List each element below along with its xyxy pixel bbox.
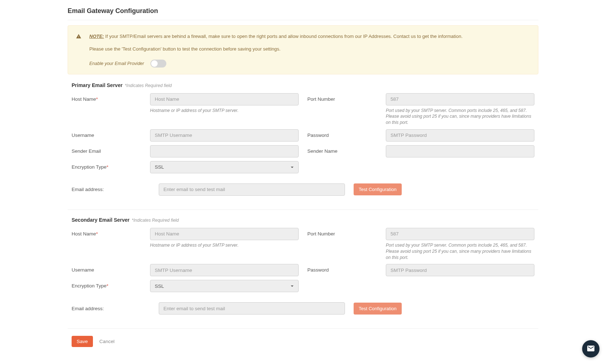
primary-test-email-label: Email address:	[72, 187, 150, 192]
primary-username-input[interactable]	[150, 129, 299, 142]
secondary-test-email-input[interactable]	[159, 302, 345, 315]
secondary-hostname-label: Host Name*	[72, 228, 150, 237]
secondary-hostname-help: Hostname or IP address of your SMTP serv…	[150, 242, 299, 248]
note-text-line2: Please use the 'Test Configuration' butt…	[89, 46, 530, 53]
divider	[68, 209, 538, 210]
note-alert: NOTE: If your SMTP/Email servers are beh…	[68, 25, 538, 74]
primary-hostname-label: Host Name*	[72, 93, 150, 102]
page-title: Email Gateway Configuration	[68, 7, 538, 20]
note-label: NOTE:	[89, 34, 104, 39]
enable-provider-label: Enable your Email Provider	[89, 60, 144, 67]
primary-port-label: Port Number	[307, 93, 386, 102]
secondary-form: Host Name* Hostname or IP address of you…	[68, 228, 538, 321]
secondary-encryption-select[interactable]: SSL	[150, 280, 299, 292]
primary-sender-email-input[interactable]	[150, 145, 299, 157]
save-button[interactable]: Save	[72, 336, 93, 347]
primary-username-label: Username	[72, 129, 150, 138]
primary-port-input[interactable]	[386, 93, 534, 105]
primary-sender-name-input[interactable]	[386, 145, 534, 157]
primary-sender-name-label: Sender Name	[307, 145, 386, 154]
primary-encryption-label: Encryption Type*	[72, 161, 150, 170]
mail-icon	[586, 344, 595, 354]
warning-icon	[76, 33, 81, 68]
note-body: If your SMTP/Email servers are behind a …	[104, 34, 462, 39]
secondary-port-label: Port Number	[307, 228, 386, 237]
primary-test-email-input[interactable]	[159, 183, 345, 196]
secondary-encryption-label: Encryption Type*	[72, 280, 150, 289]
secondary-password-input[interactable]	[386, 264, 534, 276]
note-text-line1: NOTE: If your SMTP/Email servers are beh…	[89, 33, 530, 40]
cancel-button[interactable]: Cancel	[99, 339, 115, 344]
primary-hostname-input[interactable]	[150, 93, 299, 105]
primary-section-title: Primary Email Server	[72, 82, 123, 88]
secondary-test-email-label: Email address:	[72, 306, 150, 311]
secondary-username-label: Username	[72, 264, 150, 273]
divider-2	[68, 328, 538, 329]
secondary-hostname-input[interactable]	[150, 228, 299, 240]
primary-password-label: Password	[307, 129, 386, 138]
secondary-port-input[interactable]	[386, 228, 534, 240]
primary-sender-email-label: Sender Email	[72, 145, 150, 154]
primary-encryption-select[interactable]: SSL	[150, 161, 299, 173]
secondary-section-title: Secondary Email Server	[72, 217, 129, 223]
primary-test-button[interactable]: Test Configuration	[354, 183, 402, 195]
secondary-username-input[interactable]	[150, 264, 299, 276]
required-note-2: *Indicates Required field	[132, 218, 179, 223]
primary-hostname-help: Hostname or IP address of your SMTP serv…	[150, 108, 299, 114]
primary-port-help: Port used by your SMTP server. Common po…	[386, 108, 534, 126]
chat-fab[interactable]	[582, 340, 599, 358]
secondary-test-button[interactable]: Test Configuration	[354, 303, 402, 315]
enable-provider-toggle[interactable]	[150, 60, 166, 68]
secondary-port-help: Port used by your SMTP server. Common po…	[386, 242, 534, 260]
primary-form: Host Name* Hostname or IP address of you…	[68, 93, 538, 202]
secondary-password-label: Password	[307, 264, 386, 273]
primary-password-input[interactable]	[386, 129, 534, 142]
required-note: *Indicates Required field	[125, 83, 172, 88]
